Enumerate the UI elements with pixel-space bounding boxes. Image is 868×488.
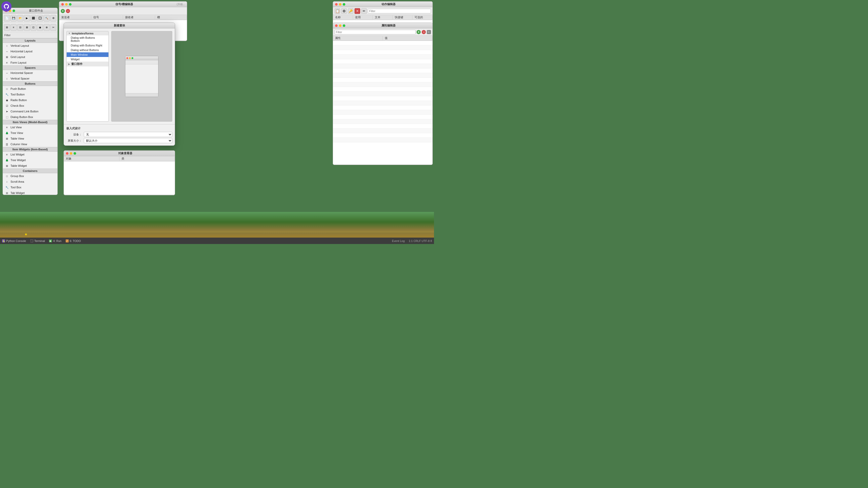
prop-close-btn[interactable] xyxy=(335,24,338,27)
widget-item-group-box[interactable]: □ Group Box xyxy=(3,173,57,179)
property-edit-btn[interactable]: ✏ xyxy=(427,30,431,34)
toolbar-btn-8[interactable]: ⚙ xyxy=(50,15,56,22)
action-editor-title: 动作编辑器 xyxy=(347,2,430,6)
tree-item-widget[interactable]: Widget xyxy=(67,57,108,62)
widget-item-vertical-layout[interactable]: ↕ Vertical Layout xyxy=(3,43,57,49)
upgrade-hint: (升级... xyxy=(177,3,185,6)
tree-item-dialog-buttons-right[interactable]: Dialog with Buttons Right xyxy=(67,43,108,48)
toolbar-btn-5[interactable]: ⬛ xyxy=(31,15,37,22)
tree-item-dialog-without-buttons[interactable]: Dialog without Buttons xyxy=(67,48,108,52)
prop-min-btn[interactable] xyxy=(339,24,341,27)
signal-remove-btn[interactable]: − xyxy=(66,9,70,13)
property-add-btn[interactable]: + xyxy=(416,30,421,34)
tree-section-templates[interactable]: ▼ templates/forms xyxy=(67,31,108,35)
widget-item-horizontal-spacer[interactable]: ↔ Horizontal Spacer xyxy=(3,70,57,76)
widget-item-form-layout[interactable]: ≡ Form Layout xyxy=(3,60,57,65)
column-view-icon: ||| xyxy=(5,142,9,146)
horizontal-layout-icon: ↔ xyxy=(5,49,9,53)
toolbar-btn-12[interactable]: ⊠ xyxy=(24,24,30,31)
section-containers: Containers xyxy=(3,169,57,173)
run-label: 4: Run xyxy=(53,239,61,242)
property-remove-btn[interactable]: − xyxy=(422,30,426,34)
widget-item-tool-button[interactable]: 🔧 Tool Button xyxy=(3,92,57,97)
toolbar-btn-2[interactable]: 💾 xyxy=(10,15,17,22)
toolbar-btn-14[interactable]: ◉ xyxy=(37,24,43,31)
widget-item-scroll-area[interactable]: ↕ Scroll Area xyxy=(3,179,57,184)
list-view-label: List View xyxy=(10,126,22,129)
action-min-btn[interactable] xyxy=(339,3,341,6)
signal-add-btn[interactable]: + xyxy=(61,9,65,13)
toolbar-btn-3[interactable]: 📂 xyxy=(17,15,23,22)
signal-editor-title: 信号/槽编辑器 xyxy=(73,2,175,6)
dialog-body: ▼ templates/forms Dialog with Buttons Bo… xyxy=(64,28,175,124)
widget-item-horizontal-layout[interactable]: ↔ Horizontal Layout xyxy=(3,49,57,54)
widget-list: Layouts ↕ Vertical Layout ↔ Horizontal L… xyxy=(3,38,57,195)
tree-item-dialog-buttons-bottom[interactable]: Dialog with Buttons Bottom xyxy=(67,35,108,43)
object-close-btn[interactable] xyxy=(66,152,68,155)
signal-table-header: 发送者 信号 接收者 槽 xyxy=(59,15,187,20)
status-python-console[interactable]: 🐍 Python Console xyxy=(2,239,26,242)
toolbar-btn-4[interactable]: ▶ xyxy=(24,15,30,22)
widget-item-push-button[interactable]: □ Push Button xyxy=(3,86,57,92)
prop-max-btn[interactable] xyxy=(343,24,345,27)
widget-item-column-view[interactable]: ||| Column View xyxy=(3,141,57,147)
terminal-icon: ⬛ xyxy=(30,239,33,242)
widget-item-vertical-spacer[interactable]: ↕ Vertical Spacer xyxy=(3,76,57,81)
toolbar-btn-10[interactable]: ≡ xyxy=(10,24,17,31)
property-row xyxy=(333,55,432,59)
section-item-widgets: Item Widgets (Item-Based) xyxy=(3,147,57,152)
new-window-title: 新建窗体 xyxy=(114,24,125,27)
toolbar-btn-7[interactable]: 🔨 xyxy=(43,15,50,22)
device-select[interactable]: 无 xyxy=(84,132,172,137)
signal-min-btn[interactable] xyxy=(65,3,68,6)
widget-item-tree-view[interactable]: 🌲 Tree View xyxy=(3,130,57,136)
widget-item-check-box[interactable]: ☑ Check Box xyxy=(3,103,57,109)
property-filter-input[interactable] xyxy=(335,30,415,34)
widget-item-table-widget[interactable]: ⊞ Table Widget xyxy=(3,163,57,169)
toolbar-btn-1[interactable]: 📄 xyxy=(4,15,10,22)
action-toolbar-icon1[interactable]: 📋 xyxy=(335,8,340,14)
check-box-icon: ☑ xyxy=(5,104,9,108)
embedded-title: 嵌入式设计 xyxy=(66,126,172,130)
status-terminal[interactable]: ⬛ Terminal xyxy=(30,239,45,242)
screen-label: 屏幕大小： xyxy=(66,139,82,143)
action-close-btn[interactable] xyxy=(335,3,338,6)
status-todo[interactable]: ✓ 6: TODO xyxy=(66,239,81,242)
signal-col-receiver: 接收者 xyxy=(123,16,155,19)
property-col-name: 属性 xyxy=(333,36,383,40)
action-toolbar-icon3[interactable]: 🔑 xyxy=(348,8,353,14)
widget-item-grid-layout[interactable]: ⊞ Grid Layout xyxy=(3,54,57,60)
widget-item-radio-button[interactable]: ◉ Radio Button xyxy=(3,97,57,103)
toolbar-btn-13[interactable]: ⊡ xyxy=(31,24,37,31)
action-edit-btn[interactable]: ✏ xyxy=(361,8,367,14)
toolbar-btn-15[interactable]: ⊗ xyxy=(43,24,50,31)
horizontal-layout-label: Horizontal Layout xyxy=(10,50,33,53)
widget-item-list-widget[interactable]: ≡ List Widget xyxy=(3,152,57,157)
widget-item-list-view[interactable]: ≡ List View xyxy=(3,124,57,130)
signal-close-btn[interactable] xyxy=(61,3,64,6)
widget-item-tool-box[interactable]: 🔧 Tool Box xyxy=(3,184,57,190)
action-remove-btn[interactable]: ✕ xyxy=(354,8,360,14)
toolbar-btn-9[interactable]: ⊞ xyxy=(4,24,10,31)
screen-select[interactable]: 默认大小 xyxy=(84,138,172,143)
action-filter-input[interactable] xyxy=(368,9,431,13)
action-col-used: 使用 xyxy=(353,16,373,19)
toolbar-btn-11[interactable]: ⊟ xyxy=(17,24,23,31)
toolbar-btn-6[interactable]: 🔲 xyxy=(37,15,43,22)
tree-section-widgets[interactable]: ▶ 窗口部件 xyxy=(67,62,108,66)
widget-item-dialog-button-box[interactable]: ⬚ Dialog Button Box xyxy=(3,114,57,120)
signal-max-btn[interactable] xyxy=(69,3,71,6)
action-max-btn[interactable] xyxy=(343,3,345,6)
maximize-button[interactable] xyxy=(12,9,15,12)
widget-item-table-view[interactable]: ⊞ Table View xyxy=(3,136,57,141)
action-toolbar-icon2[interactable]: ⚙ xyxy=(341,8,347,14)
tree-widget-icon: 🌲 xyxy=(5,158,9,162)
tree-item-main-window[interactable]: Main Window xyxy=(67,52,108,57)
widget-item-tab-widget[interactable]: ⊟ Tab Widget xyxy=(3,190,57,195)
object-max-btn[interactable] xyxy=(73,152,76,155)
object-min-btn[interactable] xyxy=(70,152,72,155)
widget-item-command-link[interactable]: ➤ Command Link Button xyxy=(3,109,57,114)
toolbar-btn-16[interactable]: ✂ xyxy=(50,24,56,31)
widget-item-tree-widget[interactable]: 🌲 Tree Widget xyxy=(3,157,57,163)
status-run[interactable]: ▶ 4: Run xyxy=(49,239,61,242)
